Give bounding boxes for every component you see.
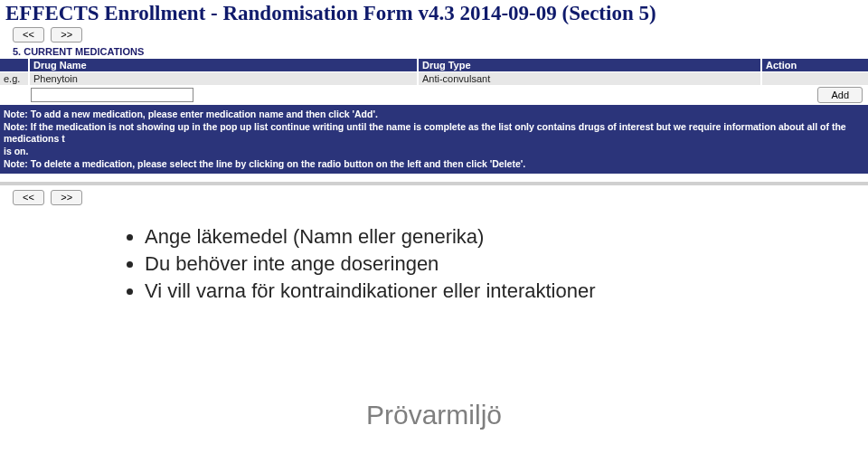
- bullet-list: Ange läkemedel (Namn eller generika) Du …: [145, 225, 868, 303]
- table-example-row: e.g. Phenytoin Anti-convulsant: [0, 72, 868, 86]
- table-input-row: Add: [0, 85, 868, 105]
- nav-top: << >>: [0, 25, 868, 46]
- medications-table: Drug Name Drug Type Action e.g. Phenytoi…: [0, 59, 868, 105]
- col-header-type: Drug Type: [418, 59, 761, 72]
- bullet-item: Vi vill varna för kontraindikationer ell…: [145, 279, 868, 303]
- example-label: e.g.: [0, 72, 29, 86]
- note-line: Note: To delete a medication, please sel…: [4, 158, 864, 171]
- prev-button[interactable]: <<: [13, 27, 44, 43]
- col-header-action: Action: [761, 59, 868, 72]
- note-line: Note: To add a new medication, please en…: [4, 109, 864, 121]
- note-line: is on.: [4, 146, 864, 158]
- col-header-name: Drug Name: [29, 59, 418, 72]
- example-action: [761, 72, 868, 86]
- col-header-num: [0, 59, 29, 72]
- nav-bottom: << >>: [0, 186, 868, 209]
- note-line: Note: If the medication is not showing u…: [4, 121, 864, 146]
- next-button-bottom[interactable]: >>: [51, 190, 82, 205]
- footer-label: Prövarmiljö: [0, 400, 868, 430]
- page-title: EFFECTS Enrollment - Randomisation Form …: [0, 0, 868, 25]
- table-header-row: Drug Name Drug Type Action: [0, 59, 868, 72]
- notes-block: Note: To add a new medication, please en…: [0, 107, 868, 174]
- prev-button-bottom[interactable]: <<: [13, 190, 44, 205]
- medication-name-input[interactable]: [31, 88, 193, 102]
- section-heading: 5. CURRENT MEDICATIONS: [0, 46, 868, 59]
- example-name: Phenytoin: [29, 72, 418, 86]
- bullet-item: Du behöver inte ange doseringen: [145, 252, 868, 276]
- next-button[interactable]: >>: [51, 27, 82, 43]
- bullet-item: Ange läkemedel (Namn eller generika): [145, 225, 868, 249]
- add-button[interactable]: Add: [817, 87, 863, 103]
- example-type: Anti-convulsant: [418, 72, 761, 86]
